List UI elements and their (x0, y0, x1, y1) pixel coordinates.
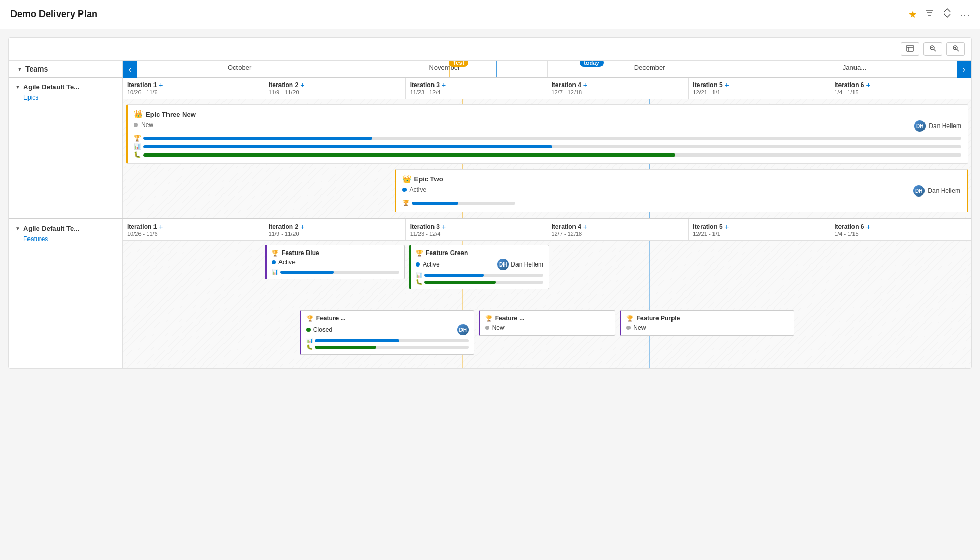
teams-column-header[interactable]: ▼ Teams (9, 61, 123, 78)
epic-three-avatar: DH (914, 120, 926, 132)
today-badge: today (580, 61, 603, 67)
team1-iter2: Iteration 2 + 11/9 - 11/20 (264, 78, 406, 99)
team2-sidebar: ▼ Agile Default Te... Features (9, 219, 123, 368)
team2-name: Agile Default Te... (23, 225, 79, 232)
next-nav-button[interactable]: › (957, 61, 971, 78)
team2-iter1: Iteration 1 + 10/26 - 11/6 (123, 219, 264, 240)
feature-green-card[interactable]: 🏆 Feature Green Active DH (409, 245, 549, 289)
team1-chevron-icon: ▼ (15, 84, 20, 90)
trophy-icon-green: 🏆 (416, 250, 423, 257)
team2-chevron-icon: ▼ (15, 226, 20, 231)
feat-closed-dot (306, 328, 311, 332)
crown-icon-2: 👑 (402, 175, 411, 183)
epic-two-card[interactable]: 👑 Epic Two Active DH Dan Hellem (395, 169, 968, 212)
team1-name-row[interactable]: ▼ Agile Default Te... (9, 78, 122, 93)
team2-iter3: Iteration 3 + 11/23 - 12/4 (406, 219, 548, 240)
feat-green-status: Active (423, 261, 440, 268)
filter-icon[interactable] (925, 8, 934, 20)
team1-iter2-add[interactable]: + (300, 81, 304, 89)
epic-three-card[interactable]: 👑 Epic Three New New DH Dan Hellem (126, 104, 968, 164)
team2-iter2-add[interactable]: + (300, 222, 304, 231)
feature-green-title: Feature Green (426, 249, 468, 257)
feature-new1-title: Feature ... (495, 315, 525, 322)
team2-section: ▼ Agile Default Te... Features Iteration… (9, 219, 971, 368)
team1-name: Agile Default Te... (23, 83, 79, 91)
feat-blue-cell: 🏆 Feature Blue Active 📊 (263, 241, 407, 308)
epic-two-assignee: Dan Hellem (928, 187, 960, 194)
team1-iter4-add[interactable]: + (583, 81, 587, 89)
feat-green-dot (416, 262, 420, 267)
team1-epics-content: 👑 Epic Three New New DH Dan Hellem (123, 99, 971, 218)
feat-purple-dot (626, 326, 631, 330)
zoom-in-button[interactable] (946, 42, 965, 56)
team1-iter1-add[interactable]: + (159, 81, 163, 89)
zoom-out-button[interactable] (923, 42, 942, 56)
feat-row2-col5-empty (796, 308, 971, 365)
epic-three-bars: 🏆 📊 🐛 (134, 135, 961, 158)
month-october: October (137, 61, 342, 77)
epic-three-title: Epic Three New (146, 110, 196, 118)
plan-area: ▼ Teams ‹ Test today October November (9, 61, 971, 368)
svg-rect-3 (907, 45, 913, 51)
team2-features-content: 🏆 Feature Blue Active 📊 (123, 241, 971, 368)
team1-iter6-add[interactable]: + (866, 81, 871, 89)
feat-row2-col1-empty (123, 308, 298, 365)
star-icon[interactable]: ★ (908, 9, 917, 20)
fit-view-button[interactable] (901, 42, 919, 56)
epic-three-status-dot (134, 123, 138, 127)
months-row: Test today October November December Jan… (137, 61, 957, 78)
more-icon[interactable]: ⋯ (960, 9, 970, 20)
team1-iter4: Iteration 4 + 12/7 - 12/18 (547, 78, 689, 99)
feature-purple-card[interactable]: 🏆 Feature Purple New (620, 310, 794, 336)
teams-chevron-icon: ▼ (17, 66, 22, 72)
app-header: Demo Delivery Plan ★ ⋯ (0, 0, 980, 29)
team2-iter4-add[interactable]: + (583, 222, 587, 231)
team2-iter5: Iteration 5 + 12/21 - 1/1 (689, 219, 830, 240)
feature-new1-card[interactable]: 🏆 Feature ... New (479, 310, 616, 336)
prev-nav-button[interactable]: ‹ (123, 61, 137, 78)
trophy-icon-new1: 🏆 (485, 315, 493, 322)
feat-closed-cell: 🏆 Feature ... Closed DH (298, 308, 477, 365)
epic-three-assignee: Dan Hellem (929, 122, 961, 130)
stack-icon-blue: 📊 (272, 269, 278, 275)
feat-blue-dot (272, 260, 276, 264)
epic-three-status: New (141, 121, 153, 129)
team2-iter5-add[interactable]: + (725, 222, 729, 231)
svg-line-10 (957, 49, 959, 51)
team1-iter3: Iteration 3 + 11/23 - 12/4 (406, 78, 548, 99)
feature-closed-card[interactable]: 🏆 Feature ... Closed DH (300, 310, 474, 355)
epic-two-status-dot (402, 188, 407, 192)
team1-iterations-row: Iteration 1 + 10/26 - 11/6 Iteration 2 +… (123, 78, 971, 99)
collapse-icon[interactable] (943, 8, 952, 20)
timeline-header: ▼ Teams ‹ Test today October November (9, 61, 971, 78)
feat-closed-avatar: DH (457, 324, 469, 335)
bug-icon-green: 🐛 (416, 279, 422, 285)
team1-iter3-add[interactable]: + (442, 81, 446, 89)
epic-two-status: Active (410, 186, 427, 193)
team2-iter3-add[interactable]: + (442, 222, 446, 231)
epic-two-bars: 🏆 (402, 200, 960, 206)
team2-iter6-add[interactable]: + (866, 222, 871, 231)
team2-iter4: Iteration 4 + 12/7 - 12/18 (547, 219, 689, 240)
feature-closed-title: Feature ... (316, 315, 346, 322)
team1-sub-label[interactable]: Epics (9, 93, 122, 106)
team2-name-row[interactable]: ▼ Agile Default Te... (9, 219, 122, 234)
feature-blue-card[interactable]: 🏆 Feature Blue Active 📊 (265, 245, 405, 279)
team1-section: ▼ Agile Default Te... Epics Iteration 1 … (9, 78, 971, 219)
team1-content: Iteration 1 + 10/26 - 11/6 Iteration 2 +… (123, 78, 971, 218)
test-badge: Test (449, 61, 468, 67)
team1-iter5-add[interactable]: + (725, 81, 729, 89)
epic-two-title: Epic Two (414, 175, 443, 183)
bug-icon-closed: 🐛 (306, 344, 313, 350)
team1-sidebar: ▼ Agile Default Te... Epics (9, 78, 123, 218)
teams-label: Teams (25, 65, 48, 73)
trophy-icon-closed: 🏆 (306, 315, 314, 322)
month-december: December (548, 61, 752, 77)
trophy-icon-blue: 🏆 (272, 250, 279, 257)
trophy-icon-purple: 🏆 (626, 315, 634, 322)
feat-row1-col6-empty (831, 241, 971, 308)
team2-iter1-add[interactable]: + (159, 222, 163, 231)
month-november: November (342, 61, 547, 77)
feat-row1-col1-empty (123, 241, 263, 308)
team2-sub-label[interactable]: Features (9, 234, 122, 248)
